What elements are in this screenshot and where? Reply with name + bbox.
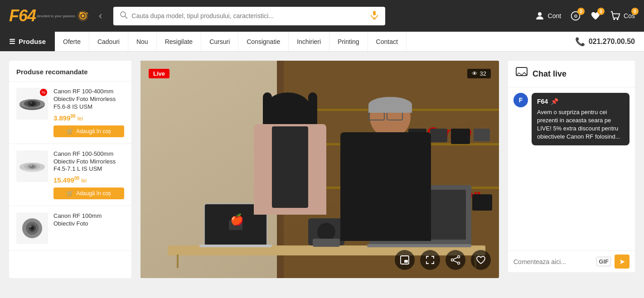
chat-messages: F F64 📌 Avem o surpriza pentru cei preze… [508, 87, 635, 250]
nav-contact[interactable]: Contact [368, 32, 407, 51]
live-badge: Live [149, 69, 169, 78]
microphone-icon[interactable] [370, 10, 379, 22]
chat-bubble-1: F64 📌 Avem o surpriza pentru cei prezent… [532, 93, 629, 145]
viewer-count: 👁 32 [467, 69, 491, 78]
product-info-1: Canon RF 100-400mm Obiectiv Foto Mirrorl… [53, 88, 124, 137]
svg-point-5 [121, 12, 126, 17]
chat-message-1: F F64 📌 Avem o surpriza pentru cei preze… [513, 93, 629, 145]
nav-consignatie[interactable]: Consignatie [238, 32, 289, 51]
nav-resigilate[interactable]: Resigilate [157, 32, 201, 51]
compare-button[interactable]: ⊙ 0 [570, 10, 581, 21]
send-icon: ➤ [619, 258, 625, 265]
cart-button[interactable]: Cos 0 [610, 10, 635, 21]
gif-button[interactable]: GIF [596, 257, 611, 266]
account-icon [534, 10, 545, 21]
price-int-1: 3.899 [53, 114, 71, 122]
header: F64 devoted to your passion ‹ [0, 0, 644, 32]
product-name-1: Canon RF 100-400mm Obiectiv Foto Mirrorl… [53, 88, 124, 111]
chat-username-1: F64 📌 [537, 97, 624, 106]
svg-rect-3 [80, 12, 82, 14]
price-dec-1: 99 [71, 114, 76, 119]
product-item-3[interactable]: Canon RF 100mm Obiectiv Foto [9, 206, 131, 251]
lens-image-2 [18, 152, 46, 180]
share-button[interactable] [445, 250, 465, 270]
cam-8 [472, 194, 492, 211]
video-controls [395, 250, 491, 270]
svg-point-31 [29, 226, 32, 227]
product-item[interactable]: % Canon RF 100-400mm Obiectiv Foto Mirro… [9, 82, 131, 144]
product-info-2: Canon RF 100-500mm Obiectiv Foto Mirrorl… [53, 150, 124, 200]
back-arrow[interactable]: ‹ [99, 10, 102, 22]
nav-produse[interactable]: ☰ Produse [0, 32, 55, 51]
search-input[interactable] [131, 12, 366, 19]
cam-4 [474, 129, 490, 141]
account-button[interactable]: Cont [534, 10, 562, 21]
nav-oferte[interactable]: Oferte [55, 32, 89, 51]
nav-printing[interactable]: Printing [329, 32, 368, 51]
currency-2: lei [81, 178, 87, 184]
wishlist-button[interactable]: 0 [590, 10, 601, 21]
nav-cadouri[interactable]: Cadouri [89, 32, 128, 51]
add-to-cart-label-1: Adaugă în coș [76, 128, 111, 135]
sidebar: Produse recomandate % [9, 61, 131, 278]
nav: ☰ Produse Oferte Cadouri Nou Resigilate … [0, 32, 644, 52]
svg-point-34 [458, 256, 460, 258]
add-to-cart-label-2: Adaugă în coș [76, 190, 111, 197]
product-image-1: % [16, 88, 48, 120]
eye-icon: 👁 [472, 70, 478, 77]
nav-nou[interactable]: Nou [128, 32, 157, 51]
camera-icon [76, 9, 90, 23]
female-hair [265, 92, 310, 124]
main-content: Produse recomandate % [0, 52, 644, 287]
fullscreen-icon [425, 255, 435, 265]
chat-header: Chat live [508, 61, 635, 87]
chat-input-area: GIF ➤ [508, 250, 635, 272]
svg-point-26 [30, 165, 32, 166]
cart-badge: 0 [631, 8, 639, 15]
viewer-number: 32 [480, 70, 486, 77]
account-label: Cont [548, 12, 562, 19]
product-image-2 [16, 150, 48, 182]
chat-panel: Chat live F F64 📌 Avem o surpriza pentru… [508, 61, 635, 278]
heart-icon [476, 255, 486, 265]
product-name-2: Canon RF 100-500mm Obiectiv Foto Mirrorl… [53, 150, 124, 173]
hamburger-icon: ☰ [9, 38, 15, 46]
svg-point-10 [538, 12, 542, 16]
picture-in-picture-button[interactable] [395, 250, 415, 270]
cam-3 [451, 129, 470, 144]
message-icon [515, 66, 528, 79]
fullscreen-button[interactable] [420, 250, 440, 270]
svg-line-38 [454, 261, 458, 263]
svg-point-2 [82, 14, 84, 17]
nav-cursuri[interactable]: Cursuri [201, 32, 238, 51]
like-button[interactable] [471, 250, 491, 270]
nav-inchirieri[interactable]: Inchirieri [289, 32, 329, 51]
male-glasses [368, 111, 403, 120]
currency-1: lei [77, 115, 83, 122]
pip-icon [400, 255, 410, 265]
pin-icon-1: 📌 [551, 97, 558, 106]
male-body [340, 132, 431, 241]
nav-phone[interactable]: 📞 021.270.00.50 [575, 37, 644, 47]
product-item-2[interactable]: Canon RF 100-500mm Obiectiv Foto Mirrorl… [9, 144, 131, 207]
logo[interactable]: F64 devoted to your passion [9, 6, 90, 25]
svg-rect-33 [404, 260, 408, 263]
svg-point-20 [30, 102, 32, 104]
svg-line-37 [454, 258, 458, 260]
produse-label: Produse [19, 38, 46, 45]
header-actions: Cont ⊙ 0 0 Cos 0 [534, 10, 635, 21]
cart-icon-btn-2: 🛒 [67, 190, 73, 197]
male-presenter [336, 97, 445, 246]
chat-input[interactable] [513, 258, 593, 265]
add-to-cart-btn-1[interactable]: 🛒 Adaugă în coș [53, 125, 124, 137]
logo-tagline: devoted to your passion [37, 14, 75, 18]
cart-icon-btn-1: 🛒 [67, 128, 73, 135]
product-price-2: 15.49900 lei [53, 176, 124, 184]
compare-badge: 0 [577, 8, 585, 15]
sidebar-products: % Canon RF 100-400mm Obiectiv Foto Mirro… [9, 82, 131, 251]
svg-point-14 [617, 19, 619, 20]
cart-icon [610, 10, 621, 21]
search-bar [113, 7, 385, 25]
add-to-cart-btn-2[interactable]: 🛒 Adaugă în coș [53, 187, 124, 199]
send-button[interactable]: ➤ [615, 255, 629, 269]
